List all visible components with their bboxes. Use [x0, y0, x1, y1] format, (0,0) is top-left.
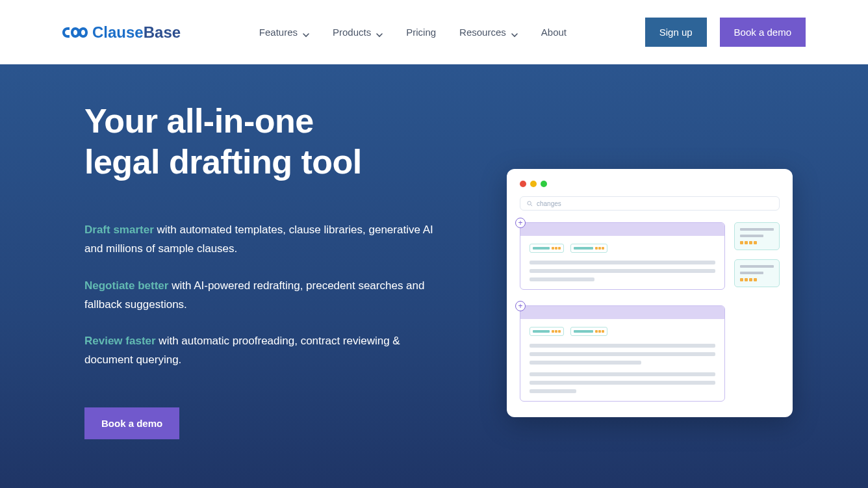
book-demo-button[interactable]: Book a demo: [720, 18, 806, 47]
tag-bar: [533, 247, 550, 250]
bar: [740, 235, 763, 237]
hero-left: Your all-in-one legal drafting tool Draf…: [84, 101, 448, 469]
stars-icon: [595, 247, 604, 250]
header-actions: Sign up Book a demo: [645, 18, 806, 47]
site-header: ClauseBase Features Products Pricing Res…: [0, 0, 868, 64]
clause-card: +: [520, 222, 725, 290]
nav-resources[interactable]: Resources: [459, 27, 518, 38]
hero-illustration: changes +: [500, 101, 799, 469]
bar: [740, 272, 763, 274]
tag-row: [530, 327, 715, 336]
nav-label: Pricing: [406, 27, 436, 38]
tag: [530, 327, 564, 336]
copy-block: Negotiate better with AI-powered redraft…: [84, 277, 448, 315]
illustration-main-col: + +: [520, 222, 725, 402]
illustration-window: changes +: [507, 169, 793, 417]
text-line: [530, 261, 715, 264]
hero-title-line2: legal drafting tool: [84, 143, 362, 181]
text-line: [530, 372, 715, 376]
side-card: [734, 222, 780, 250]
illustration-side-col: [734, 222, 780, 287]
nav-pricing[interactable]: Pricing: [406, 27, 436, 38]
chevron-down-icon: [376, 29, 383, 36]
illustration-content: + +: [520, 222, 780, 402]
window-maximize-icon: [541, 181, 547, 187]
hero-title: Your all-in-one legal drafting tool: [84, 101, 448, 183]
bar: [740, 265, 774, 268]
main-nav: Features Products Pricing Resources Abou…: [259, 27, 567, 38]
signup-button[interactable]: Sign up: [645, 18, 707, 47]
clause-card: +: [520, 305, 725, 402]
side-card: [734, 259, 780, 287]
clause-body: [520, 319, 724, 401]
nav-features[interactable]: Features: [259, 27, 309, 38]
text-line: [530, 344, 715, 348]
logo-icon: [62, 25, 88, 40]
tag-row: [530, 244, 715, 253]
stars-icon: [552, 247, 561, 250]
hero-section: Your all-in-one legal drafting tool Draf…: [0, 64, 868, 488]
svg-point-0: [528, 201, 531, 204]
clause-body: [520, 236, 724, 289]
tag: [570, 327, 607, 336]
hero-copy: Draft smarter with automated templates, …: [84, 221, 448, 370]
window-minimize-icon: [530, 181, 537, 187]
svg-line-1: [531, 204, 532, 205]
text-line: [530, 352, 715, 356]
copy-lead: Negotiate better: [84, 279, 168, 292]
nav-label: Features: [259, 27, 298, 38]
logo-text: ClauseBase: [92, 23, 181, 42]
plus-icon: +: [515, 301, 526, 311]
stars-icon: [740, 278, 774, 281]
copy-lead: Review faster: [84, 335, 156, 347]
bar: [740, 228, 774, 231]
text-line: [530, 361, 641, 365]
stars-icon: [595, 330, 604, 333]
nav-label: Resources: [459, 27, 506, 38]
nav-products[interactable]: Products: [333, 27, 383, 38]
copy-lead: Draft smarter: [84, 224, 154, 236]
plus-icon: +: [515, 218, 526, 228]
tag-bar: [574, 330, 593, 333]
copy-block: Review faster with automatic proofreadin…: [84, 332, 448, 370]
chevron-down-icon: [511, 29, 518, 36]
stars-icon: [740, 241, 774, 244]
chevron-down-icon: [303, 29, 309, 36]
tag: [530, 244, 564, 253]
nav-about[interactable]: About: [541, 27, 567, 38]
text-line: [530, 389, 576, 393]
tag-bar: [574, 247, 593, 250]
copy-block: Draft smarter with automated templates, …: [84, 221, 448, 259]
hero-title-line1: Your all-in-one: [84, 102, 314, 140]
text-line: [530, 277, 594, 281]
nav-label: Products: [333, 27, 371, 38]
search-icon: [527, 201, 533, 207]
hero-book-demo-button[interactable]: Book a demo: [84, 407, 179, 439]
tag-bar: [533, 330, 550, 333]
search-placeholder: changes: [537, 200, 561, 207]
logo[interactable]: ClauseBase: [62, 23, 181, 42]
tag: [570, 244, 607, 253]
illustration-search: changes: [520, 196, 780, 211]
nav-label: About: [541, 27, 567, 38]
text-line: [530, 269, 715, 273]
stars-icon: [552, 330, 561, 333]
clause-header: [520, 306, 724, 319]
window-close-icon: [520, 181, 526, 187]
traffic-lights: [520, 181, 780, 187]
clause-header: [520, 223, 724, 236]
text-line: [530, 381, 715, 385]
